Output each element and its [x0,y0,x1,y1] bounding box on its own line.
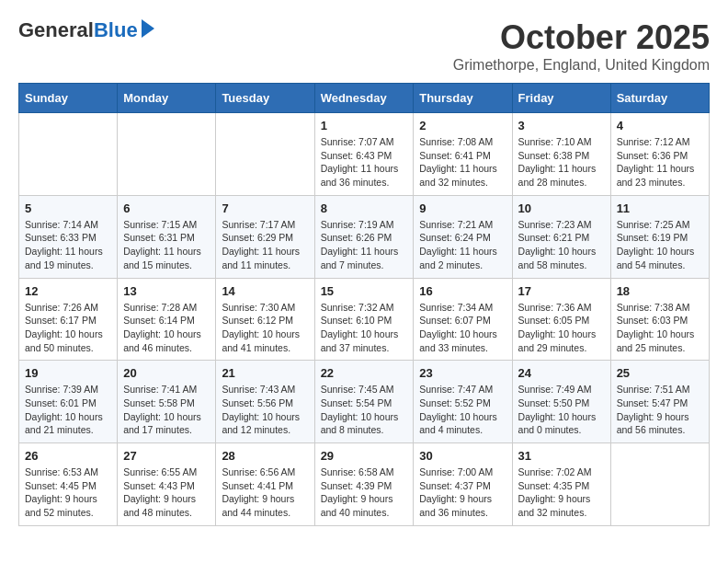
day-info: Sunrise: 7:15 AM Sunset: 6:31 PM Dayligh… [123,218,210,272]
day-number: 12 [25,284,111,298]
calendar-cell: 18Sunrise: 7:38 AM Sunset: 6:03 PM Dayli… [610,278,709,361]
calendar-week-2: 5Sunrise: 7:14 AM Sunset: 6:33 PM Daylig… [19,195,710,278]
day-info: Sunrise: 7:38 AM Sunset: 6:03 PM Dayligh… [617,301,703,355]
day-number: 1 [321,119,408,132]
day-number: 14 [222,284,308,298]
location-subtitle: Grimethorpe, England, United Kingdom [453,57,710,74]
calendar-cell: 28Sunrise: 6:56 AM Sunset: 4:41 PM Dayli… [216,443,314,526]
day-number: 23 [419,366,506,380]
calendar-cell: 10Sunrise: 7:23 AM Sunset: 6:21 PM Dayli… [512,195,610,278]
day-info: Sunrise: 7:10 AM Sunset: 6:38 PM Dayligh… [518,135,605,190]
day-number: 8 [321,201,408,215]
page-header: General Blue October 2025 Grimethorpe, E… [18,18,710,74]
logo-general-text: General [18,18,94,42]
calendar-cell: 20Sunrise: 7:41 AM Sunset: 5:58 PM Dayli… [118,361,216,443]
day-info: Sunrise: 7:32 AM Sunset: 6:10 PM Dayligh… [321,301,408,355]
calendar-week-5: 26Sunrise: 6:53 AM Sunset: 4:45 PM Dayli… [19,443,710,526]
calendar-cell: 17Sunrise: 7:36 AM Sunset: 6:05 PM Dayli… [512,278,610,361]
day-number: 25 [617,366,703,380]
calendar-cell: 8Sunrise: 7:19 AM Sunset: 6:26 PM Daylig… [314,195,414,278]
day-info: Sunrise: 7:21 AM Sunset: 6:24 PM Dayligh… [419,218,506,272]
logo: General Blue [18,18,154,42]
day-number: 18 [617,284,703,298]
day-number: 24 [518,366,605,380]
day-info: Sunrise: 7:36 AM Sunset: 6:05 PM Dayligh… [518,301,605,355]
day-info: Sunrise: 7:26 AM Sunset: 6:17 PM Dayligh… [25,301,111,355]
day-info: Sunrise: 7:39 AM Sunset: 6:01 PM Dayligh… [25,383,111,437]
day-info: Sunrise: 6:58 AM Sunset: 4:39 PM Dayligh… [321,465,408,520]
day-number: 28 [222,449,308,463]
calendar-cell: 9Sunrise: 7:21 AM Sunset: 6:24 PM Daylig… [414,195,512,278]
calendar-cell: 29Sunrise: 6:58 AM Sunset: 4:39 PM Dayli… [314,443,414,526]
day-info: Sunrise: 7:34 AM Sunset: 6:07 PM Dayligh… [419,301,506,355]
calendar-cell: 24Sunrise: 7:49 AM Sunset: 5:50 PM Dayli… [512,361,610,443]
calendar-cell: 12Sunrise: 7:26 AM Sunset: 6:17 PM Dayli… [19,278,118,361]
day-info: Sunrise: 7:07 AM Sunset: 6:43 PM Dayligh… [321,135,408,190]
logo-blue-text: Blue [94,18,138,42]
day-number: 5 [25,201,111,215]
day-info: Sunrise: 7:47 AM Sunset: 5:52 PM Dayligh… [419,383,506,437]
day-info: Sunrise: 7:43 AM Sunset: 5:56 PM Dayligh… [222,383,308,437]
day-number: 4 [617,119,703,132]
header-saturday: Saturday [610,84,709,113]
calendar-cell: 22Sunrise: 7:45 AM Sunset: 5:54 PM Dayli… [314,361,414,443]
day-info: Sunrise: 7:17 AM Sunset: 6:29 PM Dayligh… [222,218,308,272]
calendar-cell: 7Sunrise: 7:17 AM Sunset: 6:29 PM Daylig… [216,195,314,278]
calendar-cell: 16Sunrise: 7:34 AM Sunset: 6:07 PM Dayli… [414,278,512,361]
day-info: Sunrise: 7:45 AM Sunset: 5:54 PM Dayligh… [321,383,408,437]
day-number: 2 [419,119,506,132]
day-info: Sunrise: 7:41 AM Sunset: 5:58 PM Dayligh… [123,383,210,437]
header-wednesday: Wednesday [314,84,414,113]
calendar-cell: 11Sunrise: 7:25 AM Sunset: 6:19 PM Dayli… [610,195,709,278]
day-info: Sunrise: 6:53 AM Sunset: 4:45 PM Dayligh… [25,465,111,520]
day-info: Sunrise: 7:00 AM Sunset: 4:37 PM Dayligh… [419,465,506,520]
calendar-cell: 26Sunrise: 6:53 AM Sunset: 4:45 PM Dayli… [19,443,118,526]
calendar-cell: 25Sunrise: 7:51 AM Sunset: 5:47 PM Dayli… [610,361,709,443]
calendar-cell: 14Sunrise: 7:30 AM Sunset: 6:12 PM Dayli… [216,278,314,361]
calendar-cell: 31Sunrise: 7:02 AM Sunset: 4:35 PM Dayli… [512,443,610,526]
calendar-table: SundayMondayTuesdayWednesdayThursdayFrid… [18,83,710,526]
day-info: Sunrise: 7:19 AM Sunset: 6:26 PM Dayligh… [321,218,408,272]
day-number: 30 [419,449,506,463]
day-number: 31 [518,449,605,463]
day-number: 17 [518,284,605,298]
day-number: 26 [25,449,111,463]
day-number: 7 [222,201,308,215]
day-info: Sunrise: 7:51 AM Sunset: 5:47 PM Dayligh… [617,383,703,437]
day-number: 10 [518,201,605,215]
day-info: Sunrise: 6:56 AM Sunset: 4:41 PM Dayligh… [222,465,308,520]
header-thursday: Thursday [414,84,512,113]
day-number: 19 [25,366,111,380]
month-title: October 2025 [453,18,710,57]
day-number: 16 [419,284,506,298]
calendar-cell: 1Sunrise: 7:07 AM Sunset: 6:43 PM Daylig… [314,113,414,196]
header-sunday: Sunday [19,84,118,113]
calendar-cell: 6Sunrise: 7:15 AM Sunset: 6:31 PM Daylig… [118,195,216,278]
day-number: 9 [419,201,506,215]
day-info: Sunrise: 7:49 AM Sunset: 5:50 PM Dayligh… [518,383,605,437]
calendar-cell: 15Sunrise: 7:32 AM Sunset: 6:10 PM Dayli… [314,278,414,361]
header-tuesday: Tuesday [216,84,314,113]
day-info: Sunrise: 7:23 AM Sunset: 6:21 PM Dayligh… [518,218,605,272]
day-number: 6 [123,201,210,215]
calendar-cell [610,443,709,526]
logo-arrow-icon [142,19,154,38]
calendar-cell: 2Sunrise: 7:08 AM Sunset: 6:41 PM Daylig… [414,113,512,196]
day-info: Sunrise: 7:14 AM Sunset: 6:33 PM Dayligh… [25,218,111,272]
calendar-cell: 21Sunrise: 7:43 AM Sunset: 5:56 PM Dayli… [216,361,314,443]
day-number: 22 [321,366,408,380]
calendar-week-3: 12Sunrise: 7:26 AM Sunset: 6:17 PM Dayli… [19,278,710,361]
day-info: Sunrise: 7:12 AM Sunset: 6:36 PM Dayligh… [617,135,703,190]
calendar-cell: 4Sunrise: 7:12 AM Sunset: 6:36 PM Daylig… [610,113,709,196]
day-number: 13 [123,284,210,298]
calendar-cell: 27Sunrise: 6:55 AM Sunset: 4:43 PM Dayli… [118,443,216,526]
day-number: 29 [321,449,408,463]
day-info: Sunrise: 7:25 AM Sunset: 6:19 PM Dayligh… [617,218,703,272]
day-number: 11 [617,201,703,215]
calendar-cell: 5Sunrise: 7:14 AM Sunset: 6:33 PM Daylig… [19,195,118,278]
day-number: 3 [518,119,605,132]
day-number: 20 [123,366,210,380]
day-info: Sunrise: 6:55 AM Sunset: 4:43 PM Dayligh… [123,465,210,520]
day-info: Sunrise: 7:08 AM Sunset: 6:41 PM Dayligh… [419,135,506,190]
calendar-cell: 19Sunrise: 7:39 AM Sunset: 6:01 PM Dayli… [19,361,118,443]
